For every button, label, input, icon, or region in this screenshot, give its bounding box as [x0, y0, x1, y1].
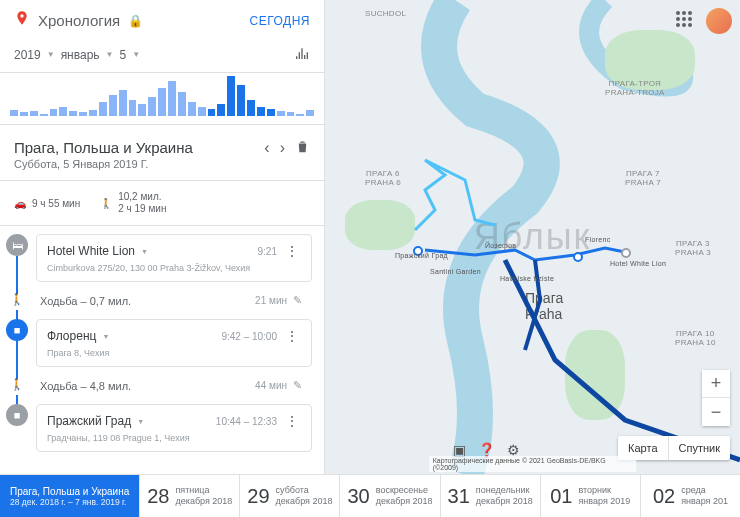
walk-icon: 🚶 [6, 288, 28, 310]
trip-chip-title: Прага, Польша и Украина [10, 486, 129, 497]
day-cell[interactable]: 30 воскресеньедекабря 2018 [339, 475, 439, 517]
avatar[interactable] [706, 8, 732, 34]
poi-label: Florenc [585, 236, 610, 244]
date-selectors: 2019 январь 5 [0, 41, 324, 73]
walk-stat: 🚶 10,2 мил. 2 ч 19 мин [100, 191, 166, 215]
map-canvas[interactable]: SUCHDOL ПРАГА-ТРОЯ PRAHA-TROJA ПРАГА 6 P… [325, 0, 740, 474]
place-name: Hotel White Lion [47, 244, 148, 258]
chart-bar[interactable] [296, 114, 304, 116]
zoom-out-button[interactable]: − [702, 398, 730, 426]
delete-button[interactable] [295, 139, 310, 157]
day-cell[interactable]: 02 средаянваря 201 [640, 475, 740, 517]
zoom-in-button[interactable]: + [702, 370, 730, 398]
chart-bar[interactable] [237, 85, 245, 116]
chart-bar[interactable] [188, 102, 196, 116]
chart-bar[interactable] [168, 81, 176, 116]
segment-row[interactable]: Ходьба – 4,8 мил. 44 мин ✎ [36, 373, 312, 398]
segment-time: 21 мин [255, 295, 287, 306]
more-icon[interactable]: ⋮ [283, 413, 301, 429]
day-cell[interactable]: 31 понедельникдекабря 2018 [440, 475, 540, 517]
day-number: 28 [147, 485, 169, 508]
place-address: Прага 8, Чехия [47, 348, 301, 358]
zoom-control: + − [702, 370, 730, 426]
day-number: 01 [550, 485, 572, 508]
chart-bar[interactable] [10, 110, 18, 116]
timeline-item: ■ Флоренц 9:42 – 10:00 ⋮ Прага 8, Чехия [6, 319, 312, 373]
place-address: Градчаны, 119 08 Prague 1, Чехия [47, 433, 301, 443]
bottom-bar: Прага, Польша и Украина 28 дек. 2018 г. … [0, 474, 740, 517]
chart-bar[interactable] [148, 97, 156, 116]
timeline-item: ■ Пражский Град 10:44 – 12:33 ⋮ Градчаны… [6, 404, 312, 458]
chart-bar[interactable] [257, 107, 265, 116]
chart-bar[interactable] [119, 90, 127, 116]
day-number: 30 [347, 485, 369, 508]
chart-bar[interactable] [208, 109, 216, 116]
chart-bar[interactable] [287, 112, 295, 116]
chart-bar[interactable] [227, 76, 235, 116]
day-cell[interactable]: 01 вторникянваря 2019 [540, 475, 640, 517]
place-card[interactable]: Hotel White Lion 9:21 ⋮ Cimburkova 275/2… [36, 234, 312, 282]
segment-time: 44 мин [255, 380, 287, 391]
place-time: 9:42 – 10:00 [221, 331, 277, 342]
month-select[interactable]: январь [61, 48, 114, 62]
poi-label: Havelske trziste [500, 275, 554, 283]
place-time: 9:21 [258, 246, 277, 257]
day-select[interactable]: 5 [120, 48, 141, 62]
chart-bar[interactable] [129, 100, 137, 116]
timeline-item: 🚶 Ходьба – 4,8 мил. 44 мин ✎ [6, 373, 312, 404]
chart-bar[interactable] [198, 107, 206, 116]
chart-bar[interactable] [40, 114, 48, 116]
chart-bar[interactable] [138, 104, 146, 116]
chart-bar[interactable] [59, 107, 67, 116]
route-overlay [325, 0, 740, 474]
chart-bar[interactable] [109, 95, 117, 116]
segment-row[interactable]: Ходьба – 0,7 мил. 21 мин ✎ [36, 288, 312, 313]
activity-barchart[interactable] [0, 73, 324, 125]
walk-icon: 🚶 [6, 373, 28, 395]
chart-bar[interactable] [69, 111, 77, 116]
chart-bar[interactable] [247, 100, 255, 116]
chart-bar[interactable] [277, 111, 285, 116]
prev-day-button[interactable]: ‹ [264, 139, 269, 157]
poi-marker[interactable] [573, 252, 583, 262]
chart-bar[interactable] [30, 111, 38, 116]
day-cell[interactable]: 29 субботадекабря 2018 [239, 475, 339, 517]
place-card[interactable]: Пражский Град 10:44 – 12:33 ⋮ Градчаны, … [36, 404, 312, 452]
wand-icon[interactable]: ✎ [293, 294, 302, 307]
chart-bar[interactable] [178, 92, 186, 116]
day-month: декабря 2018 [175, 496, 232, 507]
day-cell[interactable]: 28 пятницадекабря 2018 [139, 475, 239, 517]
chart-bar[interactable] [20, 112, 28, 116]
place-card[interactable]: Флоренц 9:42 – 10:00 ⋮ Прага 8, Чехия [36, 319, 312, 367]
chart-bar[interactable] [306, 110, 314, 116]
wand-icon[interactable]: ✎ [293, 379, 302, 392]
trip-chip[interactable]: Прага, Польша и Украина 28 дек. 2018 г. … [0, 475, 139, 517]
poi-label: Пражский Град [395, 252, 448, 260]
chart-bar[interactable] [217, 104, 225, 116]
chart-bar[interactable] [267, 109, 275, 116]
maps-pin-icon [14, 10, 30, 31]
drive-stat: 🚗 9 ч 55 мин [14, 191, 80, 215]
sidebar: Хронология 🔒 СЕГОДНЯ 2019 январь 5 Прага… [0, 0, 325, 474]
place-name: Пражский Град [47, 414, 144, 428]
chart-bar[interactable] [158, 88, 166, 116]
more-icon[interactable]: ⋮ [283, 328, 301, 344]
more-icon[interactable]: ⋮ [283, 243, 301, 259]
chart-bar[interactable] [89, 110, 97, 116]
year-select[interactable]: 2019 [14, 48, 55, 62]
lock-icon: 🔒 [128, 14, 143, 28]
map-type-sat[interactable]: Спутник [669, 436, 730, 460]
chart-toggle-icon[interactable] [294, 45, 310, 64]
poi-marker[interactable] [621, 248, 631, 258]
chart-bar[interactable] [50, 109, 58, 116]
today-button[interactable]: СЕГОДНЯ [249, 14, 310, 28]
day-month: декабря 2018 [276, 496, 333, 507]
day-month: января 2019 [579, 496, 631, 507]
day-number: 29 [247, 485, 269, 508]
timeline-list[interactable]: 🛏 Hotel White Lion 9:21 ⋮ Cimburkova 275… [0, 226, 324, 474]
chart-bar[interactable] [79, 112, 87, 116]
day-weekday: суббота [276, 485, 333, 496]
apps-icon[interactable] [676, 11, 696, 31]
chart-bar[interactable] [99, 102, 107, 116]
next-day-button[interactable]: › [280, 139, 285, 157]
